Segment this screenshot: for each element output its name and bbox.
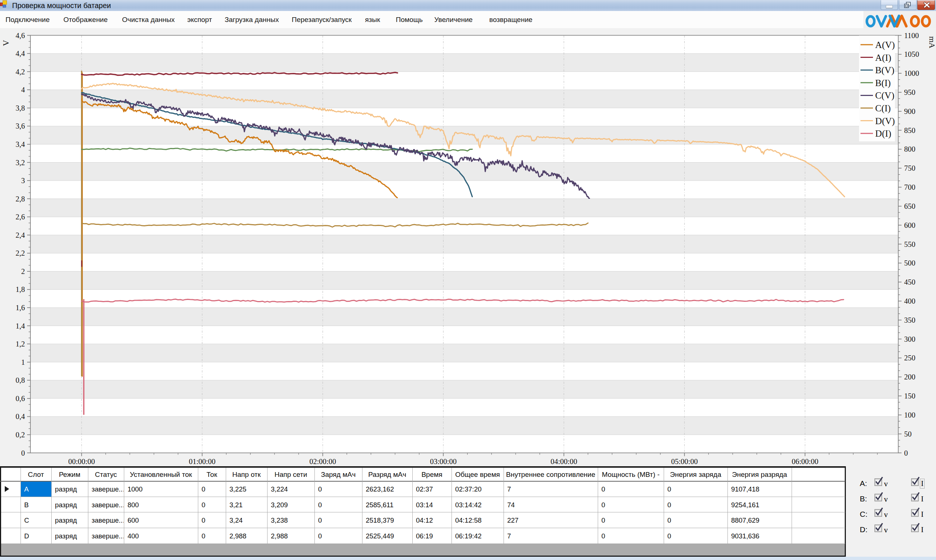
svg-text:350: 350 bbox=[904, 316, 916, 324]
svg-text:300: 300 bbox=[904, 335, 916, 343]
svg-text:500: 500 bbox=[904, 259, 916, 267]
svg-text:2,8: 2,8 bbox=[15, 195, 25, 203]
svg-text:2: 2 bbox=[21, 268, 25, 275]
svg-text:1: 1 bbox=[21, 358, 25, 366]
svg-text:0,2: 0,2 bbox=[15, 431, 25, 439]
svg-text:550: 550 bbox=[904, 240, 916, 248]
svg-text:700: 700 bbox=[904, 183, 916, 191]
svg-text:750: 750 bbox=[904, 164, 916, 172]
svg-text:3,4: 3,4 bbox=[15, 140, 25, 148]
svg-text:0: 0 bbox=[904, 449, 908, 457]
svg-text:B(I): B(I) bbox=[875, 78, 891, 88]
svg-text:1,4: 1,4 bbox=[15, 322, 25, 330]
svg-text:03:00:00: 03:00:00 bbox=[430, 457, 456, 466]
svg-text:150: 150 bbox=[904, 392, 916, 400]
svg-text:400: 400 bbox=[904, 297, 916, 305]
svg-text:650: 650 bbox=[904, 202, 916, 210]
svg-text:C(V): C(V) bbox=[875, 90, 894, 101]
svg-text:02:00:00: 02:00:00 bbox=[309, 457, 336, 466]
svg-text:05:00:00: 05:00:00 bbox=[671, 457, 698, 466]
svg-text:100: 100 bbox=[904, 411, 916, 419]
svg-text:4,2: 4,2 bbox=[15, 68, 25, 76]
svg-text:0: 0 bbox=[21, 449, 25, 457]
svg-text:D(I): D(I) bbox=[875, 128, 891, 139]
svg-text:1100: 1100 bbox=[904, 31, 919, 40]
svg-text:4: 4 bbox=[21, 86, 25, 94]
svg-text:250: 250 bbox=[904, 354, 916, 362]
svg-text:0,4: 0,4 bbox=[15, 412, 25, 420]
svg-text:1,8: 1,8 bbox=[15, 285, 25, 293]
svg-text:2,2: 2,2 bbox=[15, 249, 25, 257]
svg-text:4,6: 4,6 bbox=[15, 31, 25, 40]
svg-text:C(I): C(I) bbox=[875, 103, 891, 114]
svg-text:01:00:00: 01:00:00 bbox=[189, 457, 216, 466]
svg-text:D(V): D(V) bbox=[875, 116, 895, 126]
svg-text:A(I): A(I) bbox=[875, 52, 891, 63]
svg-text:0,6: 0,6 bbox=[15, 394, 25, 403]
svg-text:950: 950 bbox=[904, 88, 916, 96]
svg-text:3: 3 bbox=[21, 177, 25, 185]
svg-text:B(V): B(V) bbox=[875, 65, 894, 75]
svg-text:800: 800 bbox=[904, 145, 916, 153]
svg-text:04:00:00: 04:00:00 bbox=[550, 457, 577, 466]
svg-text:A(V): A(V) bbox=[875, 40, 895, 50]
svg-text:200: 200 bbox=[904, 373, 916, 381]
svg-text:2,6: 2,6 bbox=[15, 213, 25, 221]
svg-text:600: 600 bbox=[904, 221, 916, 229]
svg-text:4,4: 4,4 bbox=[15, 49, 25, 57]
svg-text:1,2: 1,2 bbox=[15, 340, 25, 348]
svg-text:900: 900 bbox=[904, 107, 916, 115]
svg-text:mA: mA bbox=[928, 36, 936, 48]
svg-text:850: 850 bbox=[904, 126, 916, 134]
svg-text:0,8: 0,8 bbox=[15, 376, 25, 384]
svg-text:3,6: 3,6 bbox=[15, 122, 25, 130]
svg-text:1,6: 1,6 bbox=[15, 304, 25, 312]
svg-text:V: V bbox=[2, 40, 11, 46]
svg-text:06:00:00: 06:00:00 bbox=[792, 457, 818, 466]
svg-text:3,8: 3,8 bbox=[15, 104, 25, 112]
svg-text:00:00:00: 00:00:00 bbox=[68, 457, 95, 466]
svg-text:450: 450 bbox=[904, 278, 916, 286]
svg-text:2,4: 2,4 bbox=[15, 231, 25, 239]
svg-text:3,2: 3,2 bbox=[15, 158, 25, 167]
svg-text:50: 50 bbox=[904, 430, 912, 438]
svg-text:1000: 1000 bbox=[904, 69, 919, 77]
svg-text:1050: 1050 bbox=[904, 50, 919, 58]
